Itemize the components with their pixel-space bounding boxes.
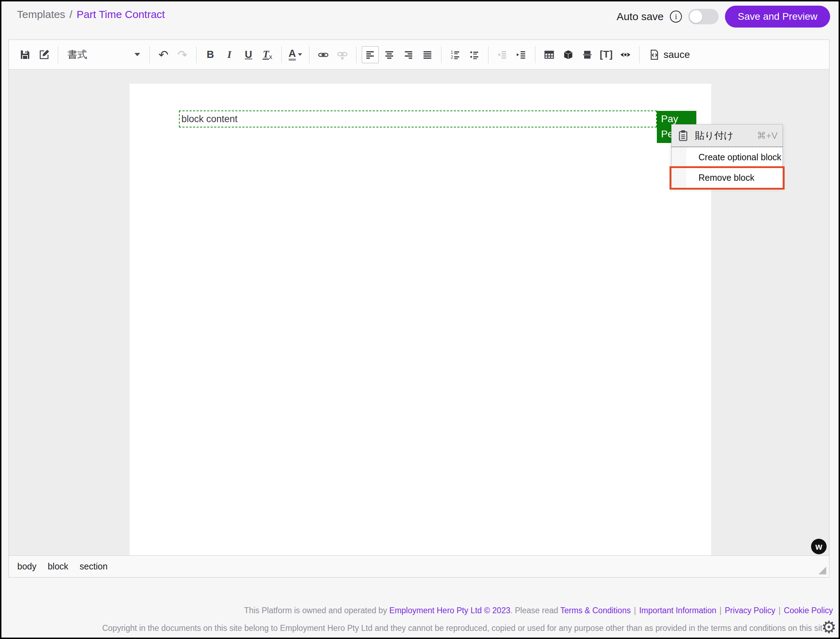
autosave-toggle[interactable] <box>688 9 719 24</box>
content-block-outline[interactable]: block content <box>179 111 657 127</box>
footer-terms-link[interactable]: Terms & Conditions <box>561 606 631 615</box>
underline-button[interactable]: U <box>240 46 257 63</box>
numbered-list-icon: 1 2 <box>449 49 461 60</box>
toolbar-separator <box>149 46 150 63</box>
remove-format-button[interactable]: Tx <box>259 46 276 63</box>
footer-legal-line: This Platform is owned and operated by E… <box>244 606 833 615</box>
element-path-bar: body block section <box>9 555 829 577</box>
format-dropdown-label: 書式 <box>67 48 87 62</box>
align-left-button[interactable] <box>362 46 379 63</box>
justify-button[interactable] <box>419 46 436 63</box>
edit-template-button[interactable] <box>36 46 52 63</box>
undo-button[interactable]: ↶ <box>155 46 172 63</box>
align-center-icon <box>384 49 395 60</box>
path-item-body[interactable]: body <box>17 561 37 572</box>
breadcrumb-current-page[interactable]: Part Time Contract <box>76 8 165 20</box>
align-center-button[interactable] <box>381 46 398 63</box>
w-logo-icon[interactable]: w <box>811 539 827 554</box>
save-and-preview-button[interactable]: Save and Preview <box>725 6 830 27</box>
menu-item-paste[interactable]: 貼り付け ⌘+V <box>672 125 783 146</box>
block-content-text[interactable]: block content <box>181 114 238 125</box>
toolbar-separator <box>196 46 197 63</box>
footer-middle: . Please read <box>510 606 561 615</box>
align-right-button[interactable] <box>400 46 417 63</box>
toolbar-separator <box>281 46 282 63</box>
page-break-icon <box>582 49 593 60</box>
svg-text:1: 1 <box>451 50 453 55</box>
italic-button[interactable]: I <box>221 46 238 63</box>
footer-separator: | <box>779 606 781 615</box>
save-icon <box>19 49 31 60</box>
sauce-button[interactable]: sauce <box>645 46 694 63</box>
unlink-button[interactable] <box>334 46 351 63</box>
cube-icon <box>562 49 574 60</box>
footer-separator: | <box>720 606 722 615</box>
text-color-button[interactable]: A <box>287 46 304 63</box>
w-logo-letter: w <box>815 542 822 552</box>
paste-icon <box>676 129 689 142</box>
bulleted-list-icon <box>469 49 480 60</box>
toolbar-separator <box>535 46 535 63</box>
table-icon <box>543 49 555 60</box>
menu-item-create-optional-block[interactable]: Create optional block <box>672 147 783 167</box>
chevron-down-icon <box>135 53 140 56</box>
insert-table-button[interactable] <box>541 46 557 63</box>
remove-format-t: T <box>263 49 269 60</box>
footer-prefix: This Platform is owned and operated by <box>244 606 389 615</box>
paste-label: 貼り付け <box>695 129 734 142</box>
menu-item-remove-block[interactable]: Remove block <box>672 167 783 188</box>
numbered-list-button[interactable]: 1 2 <box>447 46 464 63</box>
chevron-down-icon <box>298 53 302 56</box>
breadcrumb-divider: / <box>70 8 72 20</box>
toolbar-separator <box>309 46 310 63</box>
source-code-icon <box>649 49 660 60</box>
page-break-button[interactable] <box>579 46 596 63</box>
header-actions: Auto save i Save and Preview <box>616 6 830 27</box>
document-page[interactable]: block content Pay Period <box>130 84 711 555</box>
bulleted-list-button[interactable] <box>466 46 483 63</box>
footer-privacy-link[interactable]: Privacy Policy <box>725 606 775 615</box>
footer-company-link[interactable]: Employment Hero Pty Ltd © 2023 <box>389 606 510 615</box>
resize-handle[interactable] <box>818 567 826 574</box>
increase-indent-icon <box>516 49 527 60</box>
increase-indent-button[interactable] <box>513 46 530 63</box>
info-icon[interactable]: i <box>670 11 682 22</box>
format-dropdown[interactable]: 書式 <box>64 46 144 63</box>
editor-toolbar: 書式 ↶ ↷ B I U Tx A <box>9 40 829 70</box>
toolbar-separator <box>639 46 640 63</box>
align-left-icon <box>365 49 376 60</box>
footer-cookie-link[interactable]: Cookie Policy <box>784 606 833 615</box>
toolbar-separator <box>441 46 441 63</box>
footer-important-info-link[interactable]: Important Information <box>639 606 716 615</box>
decrease-indent-button[interactable] <box>494 46 511 63</box>
path-item-section[interactable]: section <box>80 561 108 572</box>
context-menu: 貼り付け ⌘+V Create optional block Remove bl… <box>671 124 783 188</box>
editor-frame: 書式 ↶ ↷ B I U Tx A <box>8 40 829 577</box>
align-right-icon <box>403 49 414 60</box>
footer-copyright-line: Copyright in the documents on this site … <box>102 623 823 633</box>
sauce-label: sauce <box>664 49 690 60</box>
placeholder-text-button[interactable]: [T] <box>598 46 615 63</box>
toggle-knob <box>690 10 702 23</box>
link-button[interactable] <box>315 46 332 63</box>
remove-format-x: x <box>269 53 273 61</box>
redo-button[interactable]: ↷ <box>174 46 191 63</box>
insert-block-button[interactable] <box>560 46 577 63</box>
gear-icon[interactable]: ⚙ <box>821 618 837 636</box>
footer-separator: | <box>634 606 636 615</box>
autosave-label: Auto save <box>616 11 664 22</box>
toolbar-separator <box>488 46 489 63</box>
eye-icon <box>619 49 631 61</box>
paste-shortcut: ⌘+V <box>757 130 778 141</box>
path-item-block[interactable]: block <box>48 561 68 572</box>
svg-text:2: 2 <box>451 55 453 60</box>
toolbar-separator <box>58 46 58 63</box>
justify-icon <box>422 49 433 60</box>
text-color-a: A <box>289 48 296 61</box>
breadcrumb: Templates/Part Time Contract <box>17 8 165 21</box>
save-button[interactable] <box>17 46 33 63</box>
preview-button[interactable] <box>617 46 634 63</box>
edit-icon <box>38 49 50 60</box>
breadcrumb-templates[interactable]: Templates <box>17 8 65 20</box>
bold-button[interactable]: B <box>202 46 219 63</box>
